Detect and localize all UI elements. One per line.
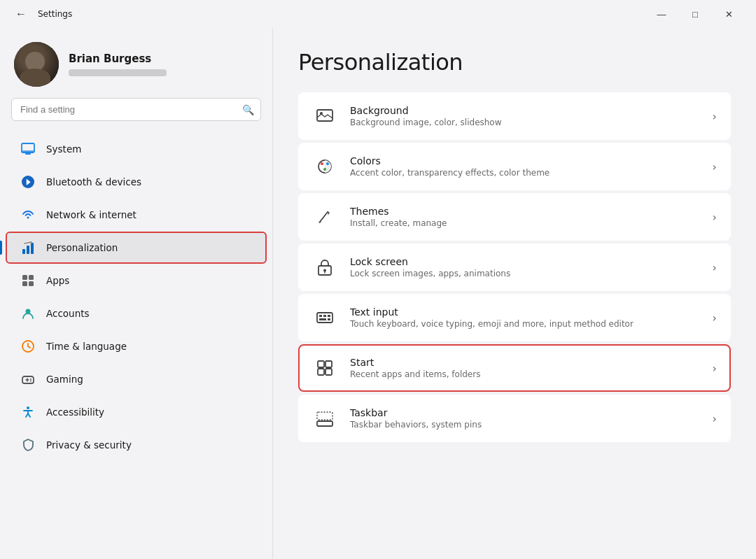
colors-subtitle: Accent color, transparency effects, colo…	[350, 168, 700, 178]
settings-item-colors[interactable]: Colors Accent color, transparency effect…	[298, 143, 731, 190]
sidebar-item-bluetooth[interactable]: Bluetooth & devices	[6, 166, 267, 198]
settings-item-background[interactable]: Background Background image, color, slid…	[298, 92, 731, 140]
svg-rect-32	[323, 315, 326, 317]
user-profile: Brian Burgess	[0, 28, 272, 98]
svg-rect-34	[319, 318, 326, 320]
bluetooth-icon	[20, 174, 36, 190]
privacy-icon	[20, 437, 36, 453]
themes-icon	[312, 204, 337, 229]
svg-point-26	[323, 168, 326, 171]
sidebar-item-label-privacy: Privacy & security	[46, 439, 132, 451]
sidebar-item-label-gaming: Gaming	[46, 374, 83, 385]
sidebar-item-label-system: System	[46, 143, 81, 155]
sidebar-item-apps[interactable]: Apps	[6, 264, 267, 297]
svg-rect-5	[22, 249, 25, 254]
svg-rect-31	[319, 315, 322, 317]
avatar-image	[14, 42, 59, 87]
minimize-button[interactable]: —	[645, 3, 678, 25]
sidebar-item-label-bluetooth: Bluetooth & devices	[46, 176, 141, 187]
main-content: Personalization Background Background im…	[273, 28, 756, 559]
lockscreen-icon	[312, 255, 337, 280]
svg-rect-30	[317, 313, 332, 323]
search-box: 🔍	[11, 98, 261, 121]
background-text: Background Background image, color, slid…	[350, 105, 700, 127]
svg-point-19	[27, 406, 29, 409]
app-title: Settings	[38, 9, 72, 19]
taskbar-text: Taskbar Taskbar behaviors, system pins	[350, 407, 700, 430]
settings-item-start[interactable]: Start Recent apps and items, folders ›	[298, 344, 731, 392]
taskbar-icon	[312, 406, 337, 431]
lockscreen-text: Lock screen Lock screen images, apps, an…	[350, 256, 700, 278]
app-body: Brian Burgess 🔍 System	[0, 28, 756, 559]
gaming-icon	[20, 371, 36, 388]
back-button[interactable]: ←	[11, 6, 31, 22]
sidebar-item-personalization[interactable]: Personalization	[6, 232, 267, 264]
start-text: Start Recent apps and items, folders	[350, 357, 700, 379]
svg-rect-8	[22, 275, 27, 280]
svg-point-22	[320, 112, 323, 115]
svg-point-18	[30, 381, 31, 382]
svg-point-17	[30, 378, 31, 380]
svg-rect-40	[317, 421, 332, 426]
colors-text: Colors Accent color, transparency effect…	[350, 155, 700, 178]
avatar	[14, 42, 59, 87]
sidebar-item-time[interactable]: Time & language	[6, 330, 267, 362]
lockscreen-title: Lock screen	[350, 256, 700, 267]
sidebar-item-label-accounts: Accounts	[46, 308, 90, 319]
accounts-icon	[20, 305, 36, 322]
settings-item-taskbar[interactable]: Taskbar Taskbar behaviors, system pins ›	[298, 395, 731, 442]
sidebar-item-accounts[interactable]: Accounts	[6, 297, 267, 330]
textinput-icon	[312, 305, 337, 330]
sidebar-item-label-time: Time & language	[46, 341, 127, 352]
sidebar-item-accessibility[interactable]: Accessibility	[6, 396, 267, 428]
start-icon	[312, 355, 337, 381]
sidebar-item-gaming[interactable]: Gaming	[6, 363, 267, 395]
svg-rect-41	[317, 412, 332, 420]
sidebar-item-privacy[interactable]: Privacy & security	[6, 429, 267, 461]
svg-rect-10	[22, 281, 27, 286]
sidebar: Brian Burgess 🔍 System	[0, 28, 273, 559]
svg-rect-9	[29, 275, 34, 280]
svg-rect-39	[326, 369, 332, 375]
colors-icon	[312, 154, 337, 179]
background-chevron: ›	[713, 110, 717, 123]
sidebar-item-system[interactable]: System	[6, 133, 267, 165]
close-button[interactable]: ✕	[713, 3, 745, 25]
sidebar-item-network[interactable]: Network & internet	[6, 199, 267, 231]
svg-rect-7	[31, 243, 34, 254]
svg-rect-1	[25, 153, 31, 155]
settings-item-themes[interactable]: Themes Install, create, manage ›	[298, 193, 731, 241]
settings-item-textinput[interactable]: Text input Touch keyboard, voice typing,…	[298, 294, 731, 341]
svg-point-24	[321, 162, 323, 165]
maximize-button[interactable]: □	[679, 3, 711, 25]
svg-rect-11	[29, 281, 34, 286]
search-input[interactable]	[11, 98, 261, 121]
title-bar-left: ← Settings	[11, 6, 72, 22]
textinput-chevron: ›	[713, 311, 717, 325]
svg-rect-37	[326, 361, 332, 367]
taskbar-chevron: ›	[713, 412, 717, 425]
network-icon	[20, 206, 36, 223]
settings-item-lockscreen[interactable]: Lock screen Lock screen images, apps, an…	[298, 243, 731, 291]
accessibility-icon	[20, 404, 36, 420]
system-icon	[20, 141, 36, 157]
colors-chevron: ›	[713, 160, 717, 174]
apps-icon	[20, 272, 36, 289]
sidebar-item-label-network: Network & internet	[46, 209, 136, 220]
svg-rect-38	[318, 369, 324, 375]
lockscreen-subtitle: Lock screen images, apps, animations	[350, 269, 700, 278]
textinput-subtitle: Touch keyboard, voice typing, emoji and …	[350, 319, 700, 329]
themes-chevron: ›	[713, 211, 717, 224]
colors-title: Colors	[350, 155, 700, 167]
themes-subtitle: Install, create, manage	[350, 218, 700, 228]
sidebar-item-label-apps: Apps	[46, 275, 69, 286]
window-controls: — □ ✕	[645, 3, 745, 25]
sidebar-nav: System Bluetooth & devices	[0, 129, 272, 559]
page-title: Personalization	[298, 49, 731, 76]
themes-text: Themes Install, create, manage	[350, 206, 700, 228]
svg-point-4	[27, 217, 29, 219]
start-chevron: ›	[713, 362, 717, 375]
start-title: Start	[350, 357, 700, 368]
svg-rect-36	[318, 361, 324, 367]
start-subtitle: Recent apps and items, folders	[350, 369, 700, 379]
